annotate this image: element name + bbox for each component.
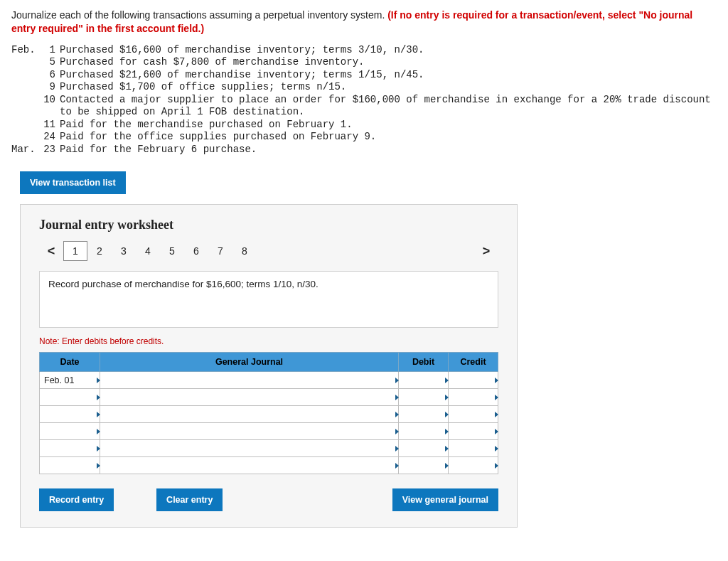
tx-month: Feb.	[11, 44, 38, 57]
journal-entry-worksheet: Journal entry worksheet <12345678> Recor…	[20, 204, 518, 528]
pager-step-4[interactable]: 4	[136, 241, 160, 261]
view-transaction-list-button[interactable]: View transaction list	[20, 171, 126, 194]
dropdown-indicator-icon	[495, 429, 498, 434]
cell-date[interactable]	[40, 440, 100, 457]
table-row	[40, 406, 498, 423]
cell-date[interactable]	[40, 457, 100, 474]
tx-day: 24	[38, 131, 55, 144]
transaction-row: 6Purchased $21,600 of merchandise invent…	[11, 69, 717, 82]
tx-desc: Paid for the merchandise purchased on Fe…	[60, 119, 717, 132]
cell-gj[interactable]	[100, 406, 399, 423]
tx-month	[11, 81, 38, 94]
tx-desc: Purchased $1,700 of office supplies; ter…	[60, 81, 717, 94]
cell-credit[interactable]	[449, 423, 498, 440]
transaction-row: 5Purchased for cash $7,800 of merchandis…	[11, 56, 717, 69]
transaction-row: Mar.23Paid for the February 6 purchase.	[11, 144, 717, 156]
table-row	[40, 423, 498, 440]
cell-gj[interactable]	[100, 372, 399, 389]
cell-date[interactable]	[40, 406, 100, 423]
cell-gj[interactable]	[100, 440, 399, 457]
pager-step-6[interactable]: 6	[184, 241, 208, 261]
col-header-credit: Credit	[449, 353, 498, 372]
transaction-row: Feb.1Purchased $16,600 of merchandise in…	[11, 44, 717, 57]
cell-credit[interactable]	[449, 457, 498, 474]
table-row: Feb. 01	[40, 372, 498, 389]
cell-credit[interactable]	[449, 372, 498, 389]
dropdown-indicator-icon	[495, 395, 498, 400]
cell-credit[interactable]	[449, 389, 498, 406]
worksheet-title: Journal entry worksheet	[39, 218, 498, 233]
pager-step-5[interactable]: 5	[160, 241, 184, 261]
transaction-row: 24Paid for the office supplies purchased…	[11, 131, 717, 144]
clear-entry-button[interactable]: Clear entry	[156, 488, 223, 511]
col-header-date: Date	[40, 353, 100, 372]
cell-credit[interactable]	[449, 406, 498, 423]
tx-month	[11, 119, 38, 132]
instructions-lead: Journalize each of the following transac…	[11, 9, 387, 21]
tx-month	[11, 94, 38, 119]
dropdown-indicator-icon	[495, 378, 498, 383]
pager-next[interactable]: >	[474, 241, 498, 261]
col-header-general-journal: General Journal	[100, 353, 399, 372]
tx-desc: Paid for the office supplies purchased o…	[60, 131, 717, 144]
cell-credit[interactable]	[449, 440, 498, 457]
pager-step-8[interactable]: 8	[232, 241, 257, 261]
cell-debit[interactable]	[399, 389, 449, 406]
table-row	[40, 389, 498, 406]
cell-gj[interactable]	[100, 423, 399, 440]
cell-debit[interactable]	[399, 440, 449, 457]
cell-debit[interactable]	[399, 372, 449, 389]
cell-date[interactable]	[40, 423, 100, 440]
transaction-list: Feb.1Purchased $16,600 of merchandise in…	[11, 44, 717, 156]
tx-day: 11	[38, 119, 55, 132]
table-row	[40, 457, 498, 474]
entry-prompt: Record purchase of merchandise for $16,6…	[39, 271, 498, 328]
col-header-debit: Debit	[399, 353, 449, 372]
tx-desc: Contacted a major supplier to place an o…	[60, 94, 717, 119]
dropdown-indicator-icon	[495, 463, 498, 469]
cell-debit[interactable]	[399, 406, 449, 423]
tx-day: 10	[38, 94, 55, 119]
journal-entry-table: Date General Journal Debit Credit Feb. 0…	[39, 352, 498, 474]
cell-date[interactable]: Feb. 01	[40, 372, 100, 389]
transaction-row: 11Paid for the merchandise purchased on …	[11, 119, 717, 132]
transaction-row: 9Purchased $1,700 of office supplies; te…	[11, 81, 717, 94]
dropdown-indicator-icon	[495, 412, 498, 417]
tx-month: Mar.	[11, 144, 38, 156]
tx-day: 5	[38, 56, 55, 69]
step-pager: <12345678>	[39, 241, 498, 261]
pager-step-7[interactable]: 7	[208, 241, 232, 261]
dropdown-indicator-icon	[495, 446, 498, 452]
tx-desc: Paid for the February 6 purchase.	[60, 144, 717, 156]
tx-month	[11, 131, 38, 144]
problem-instructions: Journalize each of the following transac…	[11, 9, 717, 36]
pager-step-1[interactable]: 1	[63, 241, 87, 261]
view-general-journal-button[interactable]: View general journal	[392, 488, 498, 511]
tx-day: 9	[38, 81, 55, 94]
cell-date[interactable]	[40, 389, 100, 406]
cell-gj[interactable]	[100, 457, 399, 474]
cell-debit[interactable]	[399, 423, 449, 440]
transaction-row: 10Contacted a major supplier to place an…	[11, 94, 717, 119]
cell-gj[interactable]	[100, 389, 399, 406]
pager-step-2[interactable]: 2	[87, 241, 112, 261]
tx-day: 6	[38, 69, 55, 82]
table-row	[40, 440, 498, 457]
tx-day: 23	[38, 144, 55, 156]
tx-month	[11, 56, 38, 69]
debits-before-credits-note: Note: Enter debits before credits.	[39, 336, 498, 346]
tx-desc: Purchased $16,600 of merchandise invento…	[60, 44, 717, 57]
tx-month	[11, 69, 38, 82]
pager-step-3[interactable]: 3	[112, 241, 136, 261]
tx-desc: Purchased for cash $7,800 of merchandise…	[60, 56, 717, 69]
record-entry-button[interactable]: Record entry	[39, 488, 114, 511]
pager-prev[interactable]: <	[39, 241, 63, 261]
cell-debit[interactable]	[399, 457, 449, 474]
tx-day: 1	[38, 44, 55, 57]
tx-desc: Purchased $21,600 of merchandise invento…	[60, 69, 717, 82]
